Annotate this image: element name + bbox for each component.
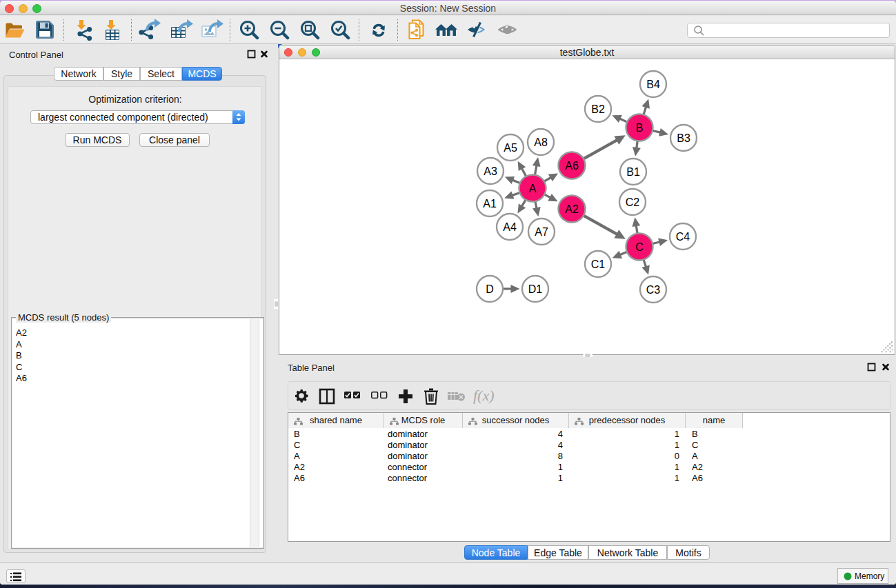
svg-text:A3: A3 — [484, 165, 497, 177]
svg-text:A2: A2 — [565, 203, 579, 215]
svg-text:B4: B4 — [646, 79, 660, 90]
svg-text:C2: C2 — [626, 196, 640, 208]
svg-text:A4: A4 — [503, 221, 517, 233]
svg-text:A8: A8 — [534, 136, 548, 148]
svg-text:D1: D1 — [528, 283, 543, 295]
svg-text:A5: A5 — [504, 142, 517, 154]
svg-text:B2: B2 — [591, 103, 605, 115]
svg-text:A7: A7 — [535, 226, 548, 238]
svg-text:B: B — [636, 122, 644, 134]
svg-text:B3: B3 — [677, 132, 690, 144]
svg-text:A1: A1 — [483, 198, 497, 210]
svg-text:C1: C1 — [591, 258, 606, 270]
svg-text:C4: C4 — [676, 231, 690, 243]
svg-text:C: C — [635, 241, 644, 253]
svg-text:A6: A6 — [565, 160, 579, 172]
svg-text:D: D — [486, 283, 494, 295]
svg-text:C3: C3 — [646, 284, 661, 296]
svg-text:A: A — [529, 183, 537, 194]
svg-text:B1: B1 — [626, 166, 640, 178]
